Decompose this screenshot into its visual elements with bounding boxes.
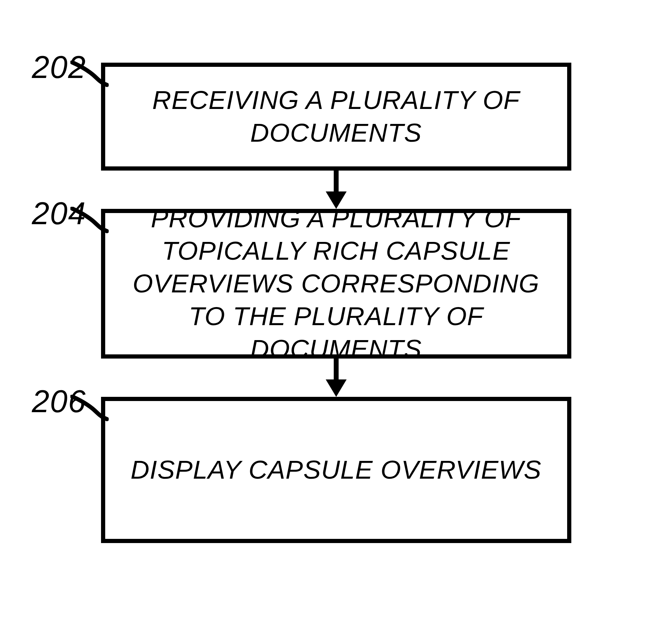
step-1-text: RECEIVING A PLURALITY OF DOCUMENTS <box>116 84 557 149</box>
callout-line-icon <box>70 395 109 423</box>
callout-line-icon <box>70 207 109 235</box>
callout-line-icon <box>70 61 109 88</box>
flowchart: 202 RECEIVING A PLURALITY OF DOCUMENTS 2… <box>66 63 606 543</box>
step-3-text: DISPLAY CAPSULE OVERVIEWS <box>131 454 542 486</box>
flowchart-step-1: 202 RECEIVING A PLURALITY OF DOCUMENTS <box>101 63 571 171</box>
flowchart-step-3: 206 DISPLAY CAPSULE OVERVIEWS <box>101 397 571 543</box>
step-2-text: PROVIDING A PLURALITY OF TOPICALLY RICH … <box>116 202 557 366</box>
flowchart-step-2: 204 PROVIDING A PLURALITY OF TOPICALLY R… <box>101 209 571 359</box>
